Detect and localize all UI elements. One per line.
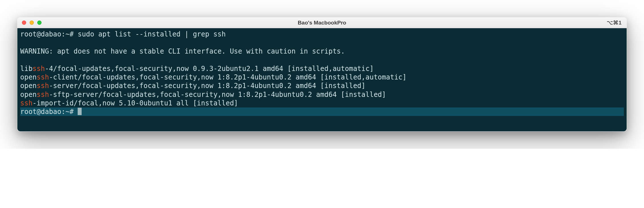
grep-match: ssh	[32, 65, 45, 73]
active-prompt-line[interactable]: root@dabao:~#	[20, 107, 624, 116]
cursor-icon	[78, 108, 82, 115]
terminal-window: Bao's MacbookPro ⌥⌘1 root@dabao:~# sudo …	[17, 17, 627, 132]
titlebar[interactable]: Bao's MacbookPro ⌥⌘1	[17, 17, 627, 28]
minimize-icon[interactable]	[30, 21, 34, 25]
shell-prompt: root@dabao:~#	[20, 30, 74, 38]
window-title: Bao's MacbookPro	[17, 20, 627, 26]
traffic-lights	[17, 21, 42, 25]
grep-match: ssh	[20, 99, 32, 107]
zoom-icon[interactable]	[37, 21, 42, 25]
output-line: openssh-sftp-server/focal-updates,focal-…	[20, 91, 386, 99]
output-line: openssh-client/focal-updates,focal-secur…	[20, 73, 406, 81]
output-line: libssh-4/focal-updates,focal-security,no…	[20, 65, 374, 73]
warning-text: WARNING: apt does not have a stable CLI …	[20, 47, 345, 55]
output-line: openssh-server/focal-updates,focal-secur…	[20, 82, 366, 90]
shell-prompt: root@dabao:~#	[20, 108, 74, 116]
window-shortcut: ⌥⌘1	[607, 19, 627, 26]
terminal-body[interactable]: root@dabao:~# sudo apt list --installed …	[17, 28, 627, 131]
grep-match: ssh	[37, 82, 49, 90]
grep-match: ssh	[37, 73, 49, 81]
grep-match: ssh	[37, 91, 49, 99]
close-icon[interactable]	[22, 21, 26, 25]
output-line: ssh-import-id/focal,now 5.10-0ubuntu1 al…	[20, 99, 238, 107]
command-text: sudo apt list --installed | grep ssh	[78, 30, 226, 38]
